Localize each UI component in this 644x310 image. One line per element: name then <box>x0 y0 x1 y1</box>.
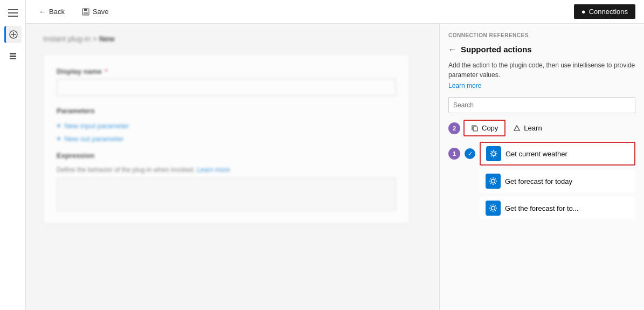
top-bar: ← Back Save ● Connections <box>26 0 644 24</box>
svg-line-15 <box>491 151 491 151</box>
svg-line-17 <box>496 151 496 151</box>
plus-input-icon: + <box>57 121 61 130</box>
svg-line-36 <box>490 210 491 211</box>
plugin-icon <box>9 30 18 39</box>
connections-label: Connections <box>589 8 628 16</box>
sidebar <box>0 0 26 310</box>
svg-line-18 <box>491 156 491 156</box>
connections-button[interactable]: ● Connections <box>574 4 635 19</box>
display-name-label: Display name * <box>57 67 396 75</box>
svg-line-27 <box>490 183 491 184</box>
connections-dot-icon: ● <box>581 8 586 16</box>
right-panel-learn-more-link[interactable]: Learn more <box>448 82 635 89</box>
svg-line-35 <box>495 205 496 206</box>
action-item-row-1: Get forecast for today <box>448 170 635 192</box>
add-output-param-link[interactable]: + New out parameter <box>57 134 396 143</box>
display-name-input[interactable] <box>57 79 396 96</box>
expression-section: Expression Define the behavior of the pl… <box>57 151 396 210</box>
sun-icon-1 <box>489 177 497 185</box>
action-item-normal-2[interactable]: Get the forecast for to... <box>480 197 635 219</box>
svg-point-10 <box>492 152 496 156</box>
svg-line-16 <box>496 156 496 156</box>
copy-icon <box>471 125 479 132</box>
save-icon <box>82 8 89 16</box>
breadcrumb-current: New <box>99 35 115 43</box>
supported-actions-desc: Add the action to the plugin code, then … <box>448 60 635 80</box>
sidebar-icon-layers[interactable] <box>4 47 22 65</box>
action-icon-2 <box>486 201 501 216</box>
action-label-0: Get current weather <box>505 150 567 158</box>
save-label: Save <box>93 8 109 16</box>
right-panel: CONNECTION REFERENCES ← Supported action… <box>439 24 644 310</box>
svg-line-33 <box>490 205 491 206</box>
svg-line-34 <box>495 210 496 211</box>
svg-line-25 <box>495 183 496 184</box>
check-badge-0: ✓ <box>465 148 475 159</box>
content-row: Instant plug-in > New Display name * Par… <box>26 24 644 310</box>
form-panel: Instant plug-in > New Display name * Par… <box>26 24 439 310</box>
expression-title: Expression <box>57 151 396 160</box>
svg-rect-4 <box>10 56 16 57</box>
action-item-row-0: 1 ✓ <box>448 142 635 166</box>
save-button[interactable]: Save <box>78 5 113 18</box>
badge-2: 2 <box>448 122 460 134</box>
plus-output-icon: + <box>57 134 61 143</box>
svg-point-28 <box>491 206 495 210</box>
actions-search-input[interactable] <box>448 97 635 113</box>
copy-label: Copy <box>482 124 498 132</box>
expression-learn-more-link[interactable]: Learn more <box>197 166 230 174</box>
action-item-normal-1[interactable]: Get forecast for today <box>480 170 635 192</box>
learn-icon <box>513 125 521 132</box>
copy-button[interactable]: Copy <box>463 120 505 136</box>
check-icon-0: ✓ <box>468 150 473 157</box>
action-label-1: Get forecast for today <box>505 177 572 185</box>
supported-actions-header: ← Supported actions <box>448 45 635 54</box>
svg-point-19 <box>491 180 495 183</box>
breadcrumb-separator: > <box>93 35 99 43</box>
code-area[interactable] <box>57 178 396 210</box>
back-arrow-supported-icon: ← <box>448 45 456 54</box>
svg-rect-9 <box>473 127 477 131</box>
action-label-2: Get the forecast for to... <box>505 204 579 212</box>
copy-learn-row: 2 Copy Learn <box>448 120 635 136</box>
learn-button[interactable]: Learn <box>509 121 546 135</box>
back-label: Back <box>49 8 65 16</box>
action-item-highlighted-0[interactable]: Get current weather <box>480 142 635 166</box>
hamburger-line-3 <box>8 16 18 17</box>
hamburger-menu[interactable] <box>4 4 22 22</box>
expression-desc: Define the behavior of the plug-in when … <box>57 166 396 174</box>
sidebar-icon-plugin[interactable] <box>4 26 22 43</box>
connection-ref-label: CONNECTION REFERENCES <box>448 32 635 38</box>
parameters-title: Parameters <box>57 107 396 115</box>
back-arrow-icon: ← <box>39 8 46 16</box>
svg-line-24 <box>490 178 491 179</box>
supported-actions-title: Supported actions <box>461 45 532 54</box>
action-item-row-2: Get the forecast for to... <box>448 197 635 219</box>
add-input-param-link[interactable]: + New input parameter <box>57 121 396 130</box>
back-button[interactable]: ← Back <box>34 5 69 18</box>
add-output-label: New out parameter <box>64 135 124 143</box>
svg-rect-7 <box>84 9 87 11</box>
sun-icon-2 <box>489 204 497 212</box>
breadcrumb: Instant plug-in > New <box>43 35 422 43</box>
required-marker: * <box>105 67 107 75</box>
svg-rect-3 <box>10 53 16 54</box>
learn-label: Learn <box>524 124 542 132</box>
sun-icon-0 <box>489 149 498 158</box>
layers-icon <box>8 51 18 61</box>
hamburger-line-1 <box>8 9 18 10</box>
hamburger-line-2 <box>8 12 18 13</box>
badge-1: 1 <box>448 148 460 160</box>
action-icon-1 <box>486 174 501 189</box>
svg-rect-5 <box>10 58 16 59</box>
svg-rect-8 <box>84 12 88 15</box>
breadcrumb-parent: Instant plug-in <box>43 35 91 43</box>
main-area: ← Back Save ● Connections Instant plug-i… <box>26 0 644 310</box>
action-icon-0 <box>486 146 501 161</box>
form-card: Display name * Parameters + New input pa… <box>43 54 410 224</box>
svg-line-26 <box>495 178 496 179</box>
add-input-label: New input parameter <box>64 122 129 130</box>
